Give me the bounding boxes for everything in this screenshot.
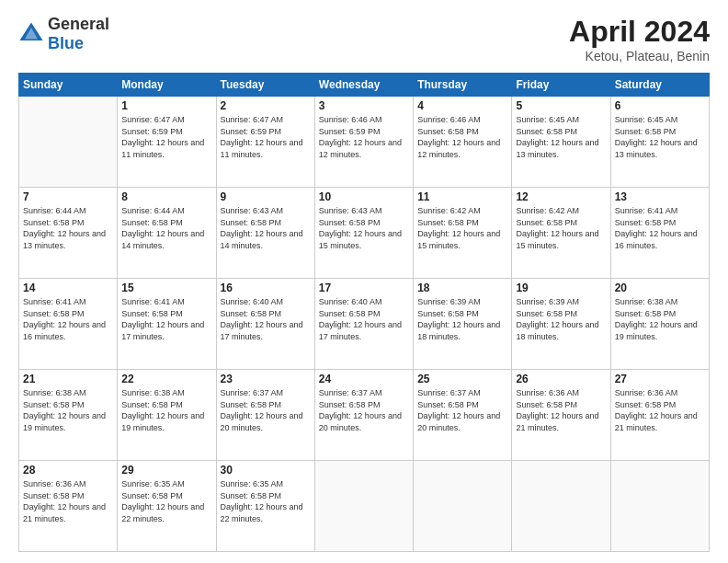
calendar-cell: 26Sunrise: 6:36 AMSunset: 6:58 PMDayligh… xyxy=(512,370,610,461)
calendar-week-row: 28Sunrise: 6:36 AMSunset: 6:58 PMDayligh… xyxy=(19,461,710,552)
day-number: 10 xyxy=(319,190,409,203)
calendar-table: SundayMondayTuesdayWednesdayThursdayFrid… xyxy=(18,73,710,552)
day-number: 25 xyxy=(417,373,507,385)
calendar-cell: 8Sunrise: 6:44 AMSunset: 6:58 PMDaylight… xyxy=(118,188,216,279)
calendar-cell: 19Sunrise: 6:39 AMSunset: 6:58 PMDayligh… xyxy=(512,279,610,370)
day-info: Sunrise: 6:37 AMSunset: 6:58 PMDaylight:… xyxy=(319,387,409,433)
calendar-cell xyxy=(414,461,512,552)
day-number: 13 xyxy=(615,190,705,203)
day-number: 27 xyxy=(615,373,705,385)
col-header-saturday: Saturday xyxy=(610,74,709,97)
calendar-cell: 4Sunrise: 6:46 AMSunset: 6:58 PMDaylight… xyxy=(414,97,512,188)
day-info: Sunrise: 6:38 AMSunset: 6:58 PMDaylight:… xyxy=(615,296,705,342)
calendar-cell: 9Sunrise: 6:43 AMSunset: 6:58 PMDaylight… xyxy=(216,188,314,279)
calendar-cell: 20Sunrise: 6:38 AMSunset: 6:58 PMDayligh… xyxy=(610,279,709,370)
col-header-tuesday: Tuesday xyxy=(216,74,314,97)
day-number: 1 xyxy=(121,99,211,112)
col-header-thursday: Thursday xyxy=(414,74,512,97)
col-header-sunday: Sunday xyxy=(19,74,118,97)
day-number: 30 xyxy=(221,464,311,477)
day-info: Sunrise: 6:41 AMSunset: 6:58 PMDaylight:… xyxy=(23,296,113,342)
col-header-friday: Friday xyxy=(512,74,610,97)
day-info: Sunrise: 6:40 AMSunset: 6:58 PMDaylight:… xyxy=(319,296,409,342)
day-number: 28 xyxy=(23,464,113,477)
calendar-cell: 16Sunrise: 6:40 AMSunset: 6:58 PMDayligh… xyxy=(216,279,314,370)
day-info: Sunrise: 6:35 AMSunset: 6:58 PMDaylight:… xyxy=(121,478,211,524)
calendar-cell: 14Sunrise: 6:41 AMSunset: 6:58 PMDayligh… xyxy=(19,279,118,370)
logo-blue: Blue xyxy=(48,34,84,52)
calendar-cell: 7Sunrise: 6:44 AMSunset: 6:58 PMDaylight… xyxy=(19,188,118,279)
calendar-cell: 24Sunrise: 6:37 AMSunset: 6:58 PMDayligh… xyxy=(314,370,413,461)
day-number: 3 xyxy=(319,99,409,112)
calendar-cell: 1Sunrise: 6:47 AMSunset: 6:59 PMDaylight… xyxy=(118,97,216,188)
calendar-cell: 10Sunrise: 6:43 AMSunset: 6:58 PMDayligh… xyxy=(314,188,413,279)
day-number: 16 xyxy=(221,282,311,294)
day-info: Sunrise: 6:39 AMSunset: 6:58 PMDaylight:… xyxy=(516,296,606,342)
day-info: Sunrise: 6:45 AMSunset: 6:58 PMDaylight:… xyxy=(615,114,705,160)
calendar-header-row: SundayMondayTuesdayWednesdayThursdayFrid… xyxy=(19,74,710,97)
day-info: Sunrise: 6:42 AMSunset: 6:58 PMDaylight:… xyxy=(417,205,507,251)
calendar-cell: 29Sunrise: 6:35 AMSunset: 6:58 PMDayligh… xyxy=(118,461,216,552)
calendar-week-row: 1Sunrise: 6:47 AMSunset: 6:59 PMDaylight… xyxy=(19,97,710,188)
day-info: Sunrise: 6:42 AMSunset: 6:58 PMDaylight:… xyxy=(516,205,606,251)
day-info: Sunrise: 6:38 AMSunset: 6:58 PMDaylight:… xyxy=(23,387,113,433)
day-number: 18 xyxy=(417,282,507,294)
day-info: Sunrise: 6:43 AMSunset: 6:58 PMDaylight:… xyxy=(319,205,409,251)
day-info: Sunrise: 6:37 AMSunset: 6:58 PMDaylight:… xyxy=(221,387,311,433)
day-number: 21 xyxy=(23,373,113,385)
day-number: 19 xyxy=(516,282,606,294)
day-number: 6 xyxy=(615,99,705,112)
day-info: Sunrise: 6:41 AMSunset: 6:58 PMDaylight:… xyxy=(615,205,705,251)
day-info: Sunrise: 6:36 AMSunset: 6:58 PMDaylight:… xyxy=(23,478,113,524)
page: General Blue April 2024 Ketou, Plateau, … xyxy=(0,0,728,563)
day-number: 12 xyxy=(516,190,606,203)
day-info: Sunrise: 6:46 AMSunset: 6:59 PMDaylight:… xyxy=(319,114,409,160)
calendar-week-row: 14Sunrise: 6:41 AMSunset: 6:58 PMDayligh… xyxy=(19,279,710,370)
day-number: 4 xyxy=(417,99,507,112)
header: General Blue April 2024 Ketou, Plateau, … xyxy=(18,15,710,63)
day-info: Sunrise: 6:46 AMSunset: 6:58 PMDaylight:… xyxy=(417,114,507,160)
day-info: Sunrise: 6:37 AMSunset: 6:58 PMDaylight:… xyxy=(417,387,507,433)
logo-icon xyxy=(18,21,44,47)
day-info: Sunrise: 6:38 AMSunset: 6:58 PMDaylight:… xyxy=(121,387,211,433)
logo: General Blue xyxy=(18,15,109,53)
calendar-cell: 3Sunrise: 6:46 AMSunset: 6:59 PMDaylight… xyxy=(314,97,413,188)
day-info: Sunrise: 6:35 AMSunset: 6:58 PMDaylight:… xyxy=(221,478,311,524)
day-info: Sunrise: 6:36 AMSunset: 6:58 PMDaylight:… xyxy=(615,387,705,433)
day-info: Sunrise: 6:44 AMSunset: 6:58 PMDaylight:… xyxy=(121,205,211,251)
calendar-cell xyxy=(610,461,709,552)
calendar-cell: 30Sunrise: 6:35 AMSunset: 6:58 PMDayligh… xyxy=(216,461,314,552)
calendar-week-row: 21Sunrise: 6:38 AMSunset: 6:58 PMDayligh… xyxy=(19,370,710,461)
day-info: Sunrise: 6:36 AMSunset: 6:58 PMDaylight:… xyxy=(516,387,606,433)
day-number: 9 xyxy=(221,190,311,203)
day-number: 7 xyxy=(23,190,113,203)
calendar-cell: 28Sunrise: 6:36 AMSunset: 6:58 PMDayligh… xyxy=(19,461,118,552)
day-info: Sunrise: 6:44 AMSunset: 6:58 PMDaylight:… xyxy=(23,205,113,251)
calendar-cell: 27Sunrise: 6:36 AMSunset: 6:58 PMDayligh… xyxy=(610,370,709,461)
day-info: Sunrise: 6:45 AMSunset: 6:58 PMDaylight:… xyxy=(516,114,606,160)
day-number: 8 xyxy=(121,190,211,203)
day-number: 24 xyxy=(319,373,409,385)
calendar-cell: 15Sunrise: 6:41 AMSunset: 6:58 PMDayligh… xyxy=(118,279,216,370)
day-number: 23 xyxy=(221,373,311,385)
day-number: 15 xyxy=(121,282,211,294)
calendar-cell: 5Sunrise: 6:45 AMSunset: 6:58 PMDaylight… xyxy=(512,97,610,188)
day-info: Sunrise: 6:47 AMSunset: 6:59 PMDaylight:… xyxy=(221,114,311,160)
day-info: Sunrise: 6:41 AMSunset: 6:58 PMDaylight:… xyxy=(121,296,211,342)
calendar-cell: 2Sunrise: 6:47 AMSunset: 6:59 PMDaylight… xyxy=(216,97,314,188)
calendar-cell xyxy=(314,461,413,552)
calendar-cell: 17Sunrise: 6:40 AMSunset: 6:58 PMDayligh… xyxy=(314,279,413,370)
day-info: Sunrise: 6:40 AMSunset: 6:58 PMDaylight:… xyxy=(221,296,311,342)
title-block: April 2024 Ketou, Plateau, Benin xyxy=(569,15,710,63)
day-number: 14 xyxy=(23,282,113,294)
calendar-cell: 12Sunrise: 6:42 AMSunset: 6:58 PMDayligh… xyxy=(512,188,610,279)
location: Ketou, Plateau, Benin xyxy=(569,49,710,63)
col-header-wednesday: Wednesday xyxy=(314,74,413,97)
day-number: 20 xyxy=(615,282,705,294)
day-info: Sunrise: 6:39 AMSunset: 6:58 PMDaylight:… xyxy=(417,296,507,342)
calendar-cell xyxy=(512,461,610,552)
col-header-monday: Monday xyxy=(118,74,216,97)
day-number: 5 xyxy=(516,99,606,112)
calendar-cell: 18Sunrise: 6:39 AMSunset: 6:58 PMDayligh… xyxy=(414,279,512,370)
day-number: 26 xyxy=(516,373,606,385)
